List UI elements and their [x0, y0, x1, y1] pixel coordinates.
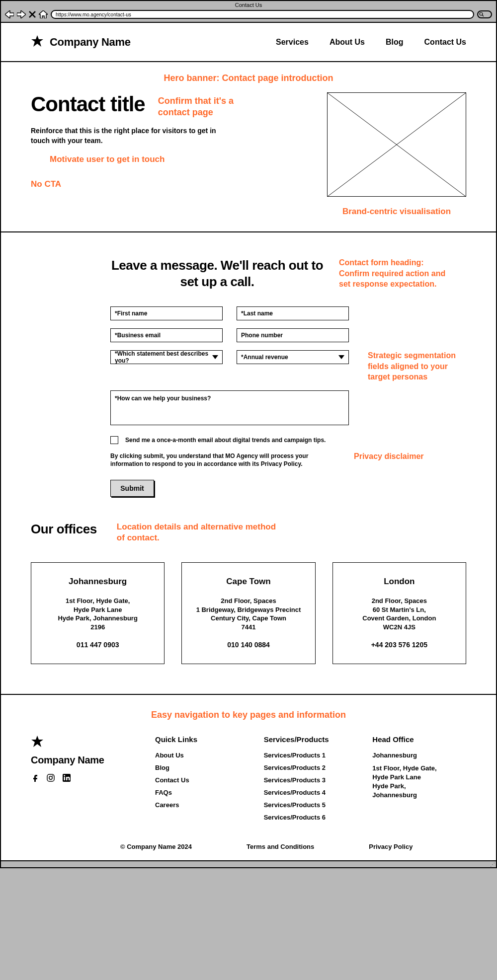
offices-title: Our offices	[31, 522, 97, 537]
nav-services[interactable]: Services	[276, 38, 309, 47]
office-phone[interactable]: 011 447 0903	[38, 641, 157, 649]
copyright: © Company Name 2024	[120, 843, 192, 850]
offices-header: Our offices Location details and alterna…	[31, 522, 466, 543]
hero-motivate-annotation: Motivate user to get in touch	[50, 154, 312, 164]
business-email-field[interactable]: *Business email	[110, 328, 223, 342]
office-city: Cape Town	[189, 577, 308, 587]
home-icon[interactable]	[39, 10, 48, 18]
footer-brand: Company Name	[31, 735, 140, 783]
svg-rect-15	[64, 777, 66, 780]
office-city: Johannesburg	[38, 577, 157, 587]
footer-service-2[interactable]: Services/Products 2	[264, 764, 358, 771]
phone-placeholder: Phone number	[241, 332, 283, 339]
office-card-johannesburg: Johannesburg 1st Floor, Hyde Gate, Hyde …	[31, 562, 165, 664]
footer-brand-name: Company Name	[31, 754, 140, 766]
browser-tab-title: Contact Us	[1, 1, 496, 9]
last-name-field[interactable]: *Last name	[237, 306, 349, 320]
form-heading-annotation: Contact form heading: Confirm required a…	[339, 257, 448, 290]
url-bar[interactable]: https://www.mo.agency/contact-us	[51, 10, 474, 19]
chevron-down-icon	[338, 355, 344, 359]
submit-button[interactable]: Submit	[110, 480, 154, 497]
annual-revenue-placeholder: *Annual revenue	[241, 354, 288, 361]
terms-link[interactable]: Terms and Conditions	[247, 843, 314, 850]
office-card-london: London 2nd Floor, Spaces 60 St Martin's …	[332, 562, 466, 664]
newsletter-checkbox[interactable]	[110, 436, 118, 444]
svg-rect-11	[47, 774, 54, 781]
footer-link-careers[interactable]: Careers	[155, 801, 249, 809]
head-office-col: Head Office Johannesburg 1st Floor, Hyde…	[372, 735, 466, 800]
svg-marker-7	[31, 35, 43, 47]
hero-description: Reinforce that this is the right place f…	[31, 126, 230, 146]
head-office-city: Johannesburg	[372, 752, 466, 759]
office-phone[interactable]: 010 140 0884	[189, 641, 308, 649]
message-placeholder: *How can we help your business?	[115, 395, 211, 402]
office-city: London	[340, 577, 459, 587]
resize-grip-icon[interactable]: ⋰	[490, 862, 495, 867]
footer-link-about[interactable]: About Us	[155, 752, 249, 759]
offices-annotation: Location details and alternative method …	[117, 522, 286, 543]
footer-link-contact[interactable]: Contact Us	[155, 776, 249, 784]
contact-form: *First name *Last name *Business email P…	[110, 306, 349, 342]
brand-name: Company Name	[50, 36, 131, 49]
head-office-address: 1st Floor, Hyde Gate, Hyde Park Lane Hyd…	[372, 764, 466, 800]
browser-toolbar: https://www.mo.agency/contact-us	[1, 9, 496, 22]
url-text: https://www.mo.agency/contact-us	[56, 12, 131, 17]
office-address: 2nd Floor, Spaces 1 Bridgeway, Bridgeway…	[189, 597, 308, 631]
footer-service-4[interactable]: Services/Products 4	[264, 789, 358, 796]
hero-title: Contact title	[31, 92, 145, 116]
forward-icon[interactable]	[17, 10, 26, 18]
hero-top-annotation: Hero banner: Contact page introduction	[1, 62, 496, 92]
brand[interactable]: Company Name	[31, 35, 131, 49]
privacy-link[interactable]: Privacy Policy	[369, 843, 413, 850]
site-footer: Easy navigation to key pages and informa…	[1, 695, 496, 860]
search-pill[interactable]	[477, 10, 492, 18]
describe-you-select[interactable]: *Which statement best describes you?	[110, 350, 223, 364]
office-phone[interactable]: +44 203 576 1205	[340, 641, 459, 649]
close-icon[interactable]	[29, 11, 36, 18]
hero-image-placeholder	[327, 92, 466, 197]
footer-service-3[interactable]: Services/Products 3	[264, 776, 358, 784]
star-icon	[31, 742, 44, 750]
quick-links-col: Quick Links About Us Blog Contact Us FAQ…	[155, 735, 249, 814]
office-address: 2nd Floor, Spaces 60 St Martin's Ln, Cov…	[340, 597, 459, 631]
services-col: Services/Products Services/Products 1 Se…	[264, 735, 358, 826]
svg-point-13	[52, 775, 53, 776]
svg-point-16	[64, 775, 65, 776]
nav-about[interactable]: About Us	[330, 38, 365, 47]
annual-revenue-select[interactable]: *Annual revenue	[237, 350, 349, 364]
linkedin-icon[interactable]	[63, 774, 71, 783]
services-title: Services/Products	[264, 735, 358, 744]
star-icon	[31, 35, 44, 49]
svg-point-12	[49, 776, 52, 779]
footer-service-1[interactable]: Services/Products 1	[264, 752, 358, 759]
disclaimer-annotation: Privacy disclaimer	[354, 452, 424, 461]
back-icon[interactable]	[5, 10, 14, 18]
svg-line-6	[482, 15, 484, 16]
quick-links-title: Quick Links	[155, 735, 249, 744]
first-name-placeholder: *First name	[115, 310, 147, 317]
form-heading: Leave a message. We'll reach out to set …	[110, 257, 324, 290]
page-content: Company Name Services About Us Blog Cont…	[1, 22, 496, 860]
svg-marker-1	[17, 10, 26, 18]
phone-field[interactable]: Phone number	[237, 328, 349, 342]
hero-section: Contact title Confirm that it's a contac…	[1, 92, 496, 232]
instagram-icon[interactable]	[47, 774, 55, 783]
message-textarea[interactable]: *How can we help your business?	[110, 390, 349, 425]
nav-contact[interactable]: Contact Us	[424, 38, 466, 47]
footer-service-6[interactable]: Services/Products 6	[264, 814, 358, 821]
describe-you-placeholder: *Which statement best describes you?	[115, 350, 212, 364]
privacy-disclaimer-text: By clicking submit, you understand that …	[110, 452, 339, 468]
facebook-icon[interactable]	[31, 774, 39, 783]
footer-bottom: © Company Name 2024 Terms and Conditions…	[31, 843, 466, 850]
nav-blog[interactable]: Blog	[386, 38, 404, 47]
first-name-field[interactable]: *First name	[110, 306, 223, 320]
footer-link-faqs[interactable]: FAQs	[155, 789, 249, 796]
main-nav: Services About Us Blog Contact Us	[276, 38, 466, 47]
contact-form-section: Leave a message. We'll reach out to set …	[1, 232, 496, 695]
footer-link-blog[interactable]: Blog	[155, 764, 249, 771]
hero-image-annotation: Brand-centric visualisation	[342, 207, 451, 217]
footer-service-5[interactable]: Services/Products 5	[264, 801, 358, 809]
browser-status-bar: ⋰	[1, 860, 496, 867]
browser-window: Contact Us https://www.mo.agency/contact…	[0, 0, 497, 868]
office-cards: Johannesburg 1st Floor, Hyde Gate, Hyde …	[31, 562, 466, 664]
